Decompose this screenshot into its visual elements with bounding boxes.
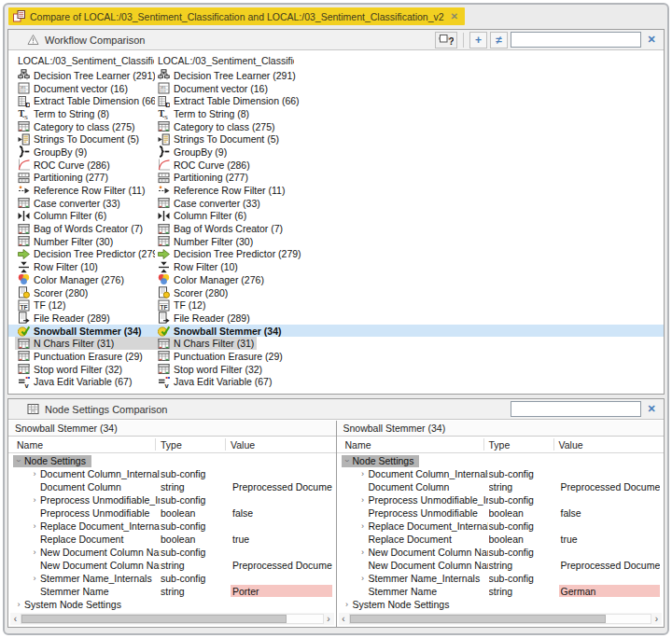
settings-row[interactable]: ›New Document Column Namsub-config — [8, 546, 336, 559]
settings-row[interactable]: ›Stemmer Name_Internalssub-config — [8, 572, 336, 585]
settings-search-clear-button[interactable]: ✕ — [644, 403, 659, 415]
right-node-item[interactable]: TSTerm to String (8) — [155, 107, 252, 120]
workflow-node-row[interactable]: TFTF (12)TFTF (12) — [8, 298, 664, 312]
left-node-item[interactable]: Number Filter (30) — [15, 235, 155, 248]
scroll-right-icon[interactable]: › — [324, 613, 334, 625]
settings-row[interactable]: Preprocess Unmodifiablebooleanfalse — [8, 506, 336, 520]
right-node-item[interactable]: vJava Edit Variable (67) — [155, 376, 274, 389]
right-node-item[interactable]: 101010Document vector (16) — [155, 82, 271, 95]
settings-row[interactable]: ›Stemmer Name_Internalssub-config — [337, 572, 665, 585]
settings-row[interactable]: ›Preprocess Unmodifiable_Intesub-config — [8, 493, 336, 506]
settings-row[interactable]: Document ColumnstringPreprocessed Docume… — [8, 480, 336, 493]
workflow-node-row[interactable]: ROC Curve (286)ROC Curve (286) — [8, 159, 664, 172]
workflow-node-row[interactable]: N Chars Filter (31)N Chars Filter (31) — [8, 337, 664, 350]
workflow-node-row[interactable]: Partitioning (277)Partitioning (277) — [8, 172, 664, 185]
chevron-expanded-icon[interactable]: › — [343, 455, 352, 466]
scrollbar-track[interactable] — [349, 614, 652, 624]
scrollbar-thumb[interactable] — [350, 615, 606, 623]
scrollbar-thumb[interactable] — [21, 615, 287, 623]
left-node-item[interactable]: Decision Tree Predictor (279) — [15, 248, 155, 261]
right-node-item[interactable]: Row Filter (10) — [155, 260, 241, 273]
chevron-collapsed-icon[interactable]: › — [29, 521, 40, 531]
left-node-item[interactable]: GroupBy (9) — [15, 146, 155, 159]
chevron-collapsed-icon[interactable]: › — [357, 495, 369, 505]
workflow-node-row[interactable]: Reference Row Filter (11)Reference Row F… — [8, 184, 664, 197]
settings-group-row[interactable]: ›System Node Settings — [8, 598, 336, 611]
right-node-item[interactable]: GroupBy (9) — [155, 146, 230, 159]
workflow-node-row[interactable]: Snowball Stemmer (34)Snowball Stemmer (3… — [8, 325, 664, 338]
left-node-item[interactable]: Partitioning (277) — [15, 172, 155, 185]
chevron-collapsed-icon[interactable]: › — [13, 600, 24, 609]
workflow-node-row[interactable]: vJava Edit Variable (67)vJava Edit Varia… — [8, 376, 664, 389]
left-node-item[interactable]: Strings To Document (5) — [15, 132, 155, 146]
workflow-node-row[interactable]: Stop word Filter (32)Stop word Filter (3… — [8, 363, 664, 376]
settings-row[interactable]: Document ColumnstringPreprocessed Docume… — [337, 480, 665, 493]
column-header-name[interactable]: Name — [345, 439, 371, 451]
scroll-left-icon[interactable]: ‹ — [339, 613, 349, 625]
left-node-item[interactable]: Column Filter (6) — [15, 210, 155, 223]
right-node-item[interactable]: Column Filter (6) — [155, 210, 249, 223]
right-node-item[interactable]: Reference Row Filter (11) — [155, 184, 287, 197]
workflow-node-row[interactable]: Scorer (280)Scorer (280) — [8, 286, 664, 299]
right-node-item[interactable]: Bag of Words Creator (7) — [155, 222, 286, 235]
chevron-collapsed-icon[interactable]: › — [29, 548, 40, 557]
right-node-item[interactable]: Strings To Document (5) — [155, 132, 282, 146]
chevron-collapsed-icon[interactable]: › — [29, 495, 40, 505]
right-node-item[interactable]: Scorer (280) — [155, 286, 231, 299]
column-header-value[interactable]: Value — [559, 439, 583, 451]
left-node-item[interactable]: Row Filter (10) — [15, 260, 155, 273]
workflow-node-row[interactable]: Row Filter (10)Row Filter (10) — [8, 260, 664, 273]
right-node-item[interactable]: DExtract Table Dimension (66) — [155, 94, 302, 107]
right-node-item[interactable]: Color Manager (276) — [155, 273, 267, 286]
column-header-type[interactable]: Type — [489, 439, 511, 451]
left-node-item[interactable]: Punctuation Erasure (29) — [15, 350, 155, 363]
chevron-collapsed-icon[interactable]: › — [29, 574, 40, 583]
settings-search-input[interactable] — [511, 401, 641, 417]
column-header-type[interactable]: Type — [161, 439, 182, 451]
settings-group-row[interactable]: ›Node Settings — [337, 454, 665, 467]
settings-row[interactable]: Replace Documentbooleantrue — [8, 533, 336, 546]
right-node-item[interactable]: Decision Tree Learner (291) — [155, 69, 299, 82]
left-node-item[interactable]: 101010Document vector (16) — [15, 82, 155, 95]
right-node-item[interactable]: TFTF (12) — [155, 298, 208, 312]
left-node-item[interactable]: vJava Edit Variable (67) — [15, 376, 155, 389]
settings-row[interactable]: ›Document Column_Internalssub-config — [337, 467, 665, 480]
left-node-item[interactable]: Decision Tree Learner (291) — [15, 69, 155, 82]
column-header-name[interactable]: Name — [17, 439, 43, 451]
workflow-node-row[interactable]: DExtract Table Dimension (66)DExtract Ta… — [8, 94, 664, 107]
left-node-item[interactable]: Snowball Stemmer (34) — [15, 325, 155, 338]
settings-row[interactable]: ›Replace Document_Internalssub-config — [337, 520, 665, 533]
scroll-right-icon[interactable]: › — [651, 613, 662, 625]
right-node-item[interactable]: Partitioning (277) — [155, 172, 251, 185]
horizontal-scrollbar[interactable]: ‹ › — [10, 613, 334, 625]
settings-row[interactable]: ›Replace Document_Internalssub-config — [8, 520, 336, 533]
left-node-item[interactable]: TSTerm to String (8) — [15, 107, 155, 120]
right-node-item[interactable]: Punctuation Erasure (29) — [155, 350, 286, 363]
right-node-item[interactable]: Number Filter (30) — [155, 235, 256, 248]
chevron-collapsed-icon[interactable]: › — [342, 600, 353, 609]
chevron-expanded-icon[interactable]: › — [14, 455, 23, 466]
settings-row[interactable]: ›New Document Column Namsub-config — [337, 546, 665, 559]
workflow-search-clear-button[interactable]: ✕ — [644, 34, 659, 46]
left-node-item[interactable]: Reference Row Filter (11) — [15, 184, 155, 197]
show-differences-button[interactable]: ≠ — [490, 32, 508, 49]
workflow-node-row[interactable]: GroupBy (9)GroupBy (9) — [8, 146, 664, 159]
settings-group-row[interactable]: ›System Node Settings — [337, 598, 665, 611]
chevron-collapsed-icon[interactable]: › — [357, 548, 369, 557]
right-node-item[interactable]: N Chars Filter (31) — [155, 337, 257, 350]
workflow-node-row[interactable]: Strings To Document (5)Strings To Docume… — [8, 132, 664, 146]
right-node-item[interactable]: Decision Tree Predictor (279) — [155, 248, 304, 261]
scroll-left-icon[interactable]: ‹ — [10, 613, 21, 625]
left-node-item[interactable]: TFTF (12) — [15, 298, 155, 312]
settings-row[interactable]: ›Document Column_Internalssub-config — [8, 467, 336, 480]
workflow-node-row[interactable]: TSTerm to String (8)TSTerm to String (8) — [8, 107, 664, 120]
workflow-node-row[interactable]: Punctuation Erasure (29)Punctuation Eras… — [8, 350, 664, 363]
left-node-item[interactable]: Scorer (280) — [15, 286, 155, 299]
workflow-node-row[interactable]: File Reader (289)File Reader (289) — [8, 312, 664, 325]
workflow-node-row[interactable]: Decision Tree Predictor (279)Decision Tr… — [8, 248, 664, 261]
add-comparison-button[interactable]: + — [469, 32, 487, 49]
chevron-collapsed-icon[interactable]: › — [357, 574, 369, 583]
compare-editor-tab[interactable]: Compare of LOCAL:/03_Sentiment_Classific… — [8, 7, 465, 25]
right-node-item[interactable]: Stop word Filter (32) — [155, 363, 265, 376]
left-node-item[interactable]: ROC Curve (286) — [15, 159, 155, 172]
